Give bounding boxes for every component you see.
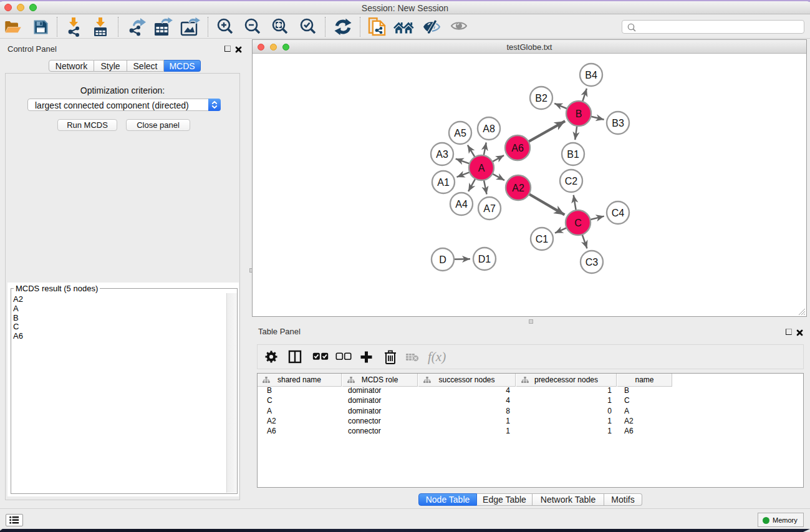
svg-text:A1: A1	[437, 177, 450, 188]
svg-text:C: C	[574, 218, 582, 228]
svg-text:C1: C1	[536, 234, 549, 244]
svg-text:A6: A6	[511, 143, 524, 153]
svg-text:C3: C3	[586, 257, 599, 268]
svg-text:C2: C2	[565, 176, 578, 186]
svg-text:A4: A4	[455, 199, 468, 210]
svg-text:B4: B4	[585, 70, 597, 80]
svg-text:D1: D1	[478, 254, 491, 264]
svg-text:A2: A2	[512, 183, 524, 193]
svg-text:B1: B1	[567, 149, 579, 160]
svg-text:A5: A5	[454, 128, 466, 138]
svg-text:B2: B2	[535, 93, 547, 104]
svg-text:A: A	[478, 163, 485, 173]
svg-text:B3: B3	[612, 118, 624, 128]
svg-text:C4: C4	[612, 208, 625, 218]
svg-text:A3: A3	[436, 149, 448, 160]
svg-text:A8: A8	[483, 123, 495, 134]
svg-text:A7: A7	[483, 203, 496, 214]
svg-text:B: B	[576, 109, 582, 119]
svg-text:D: D	[439, 254, 446, 265]
